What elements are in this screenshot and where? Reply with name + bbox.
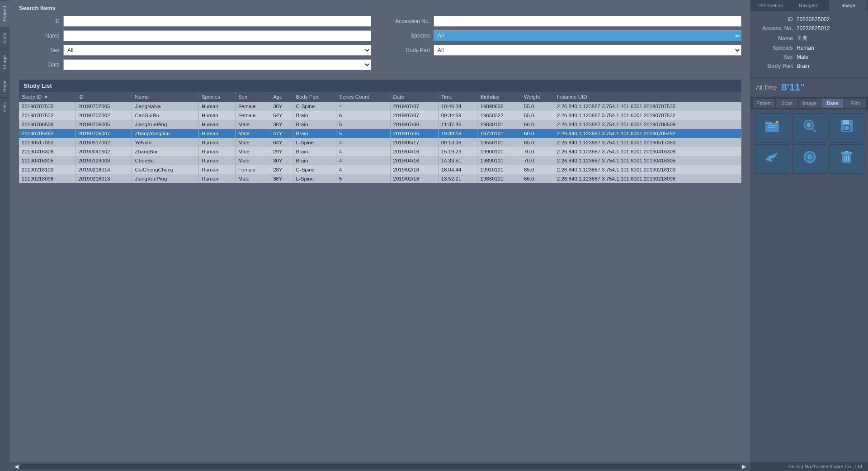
sidebar-item-image[interactable]: Image	[0, 49, 10, 75]
scrollbar-track[interactable]	[20, 464, 740, 469]
table-cell: 20190706509	[19, 120, 75, 129]
action-btn-search[interactable]	[792, 113, 827, 143]
action-tab-base[interactable]: Base	[821, 99, 843, 108]
table-row[interactable]: 2019041630820190041602ZhangSuiHumanMale2…	[19, 147, 741, 156]
table-cell: 36Y	[270, 120, 293, 129]
search-species-label: Species	[389, 33, 430, 39]
table-cell: 20190706005	[75, 120, 132, 129]
sidebar-item-scan[interactable]: Scan	[0, 27, 10, 49]
table-row[interactable]: 2019051738320190517002YeNianHumanMale64Y…	[19, 138, 741, 147]
table-row[interactable]: 2019070549220190705007ZhangYongJunHumanM…	[19, 129, 741, 138]
table-cell: Brain	[293, 111, 336, 120]
col-id[interactable]: ID	[75, 92, 132, 102]
search-bodypart-label: Body Part	[389, 47, 430, 53]
search-name-label: Name	[19, 33, 60, 39]
table-cell: YeNian	[132, 138, 198, 147]
search-date-select[interactable]	[63, 59, 371, 70]
search-date-row: Date	[19, 59, 371, 70]
table-cell: 19890101	[477, 156, 521, 165]
info-bodypart-row: Body Part Brain	[756, 63, 863, 69]
col-time[interactable]: Time	[438, 92, 477, 102]
table-cell: 5	[336, 174, 391, 183]
table-row[interactable]: 2019041630520190129008ChenBoHumanMale30Y…	[19, 156, 741, 165]
scroll-left-icon[interactable]: ◀	[14, 463, 19, 470]
table-cell: 64Y	[270, 138, 293, 147]
scroll-right-icon[interactable]: ▶	[742, 463, 746, 470]
search-icon	[802, 119, 817, 136]
search-sex-select[interactable]: All Male Female	[63, 45, 371, 56]
search-id-label: ID	[19, 18, 60, 24]
search-bodypart-row: Body Part All Brain C-Spine L-Spine	[389, 45, 741, 56]
send-icon	[765, 151, 780, 166]
table-cell: 2019/02/18	[390, 165, 438, 174]
table-cell: 66.0	[521, 120, 554, 129]
action-tab-scan[interactable]: Scan	[776, 99, 797, 108]
col-study-id[interactable]: Study ID ▼	[19, 92, 75, 102]
sidebar-item-base[interactable]: Base	[0, 75, 10, 97]
action-btn-folder[interactable]	[755, 113, 790, 143]
table-cell: 28Y	[270, 165, 293, 174]
action-btn-cd[interactable]	[792, 144, 827, 174]
table-cell: 20190041602	[75, 147, 132, 156]
table-cell: 5	[336, 129, 391, 138]
search-id-row: ID	[19, 16, 371, 27]
table-row[interactable]: 2019021810320190218014CaiChengChengHuman…	[19, 165, 741, 174]
table-row[interactable]: 2019070753520190707005JiangNaNaHumanFema…	[19, 102, 741, 111]
search-species-select[interactable]: All Human	[434, 30, 741, 41]
info-sex-value: Male	[797, 54, 808, 60]
col-date[interactable]: Date	[390, 92, 438, 102]
table-cell: Male	[235, 174, 270, 183]
col-sex[interactable]: Sex	[235, 92, 270, 102]
table-cell: 19830101	[477, 120, 521, 129]
table-cell: 2.26.840.1.123887.3.754.1.101.6001.20190…	[554, 147, 741, 156]
table-cell: 19900101	[477, 147, 521, 156]
table-cell: C-Spine	[293, 102, 336, 111]
col-series-count[interactable]: Series Count	[336, 92, 391, 102]
action-tab-film[interactable]: Film	[844, 99, 866, 108]
search-name-input[interactable]	[63, 30, 371, 41]
search-id-input[interactable]	[63, 16, 371, 27]
action-tab-image[interactable]: Image	[799, 99, 821, 108]
table-cell: 55.0	[521, 102, 554, 111]
col-birthday[interactable]: Birthday	[477, 92, 521, 102]
tab-image[interactable]: Image	[829, 0, 868, 11]
tab-information[interactable]: Information	[751, 0, 790, 11]
table-row[interactable]: 2019021809620190218013JiangXuePingHumanM…	[19, 174, 741, 183]
col-species[interactable]: Species	[198, 92, 235, 102]
search-accession-input[interactable]	[434, 16, 741, 27]
col-name[interactable]: Name	[132, 92, 198, 102]
right-panel-tabs: Information Navigator Image	[751, 0, 868, 11]
table-row[interactable]: 2019070753220190707002CaoGuiRuHumanFemal…	[19, 111, 741, 120]
table-cell: 55.0	[521, 111, 554, 120]
table-cell: ChenBo	[132, 156, 198, 165]
table-cell: 5	[336, 120, 391, 129]
left-sidebar: Patient Scan Image Base Film	[0, 0, 10, 471]
save-icon	[840, 119, 854, 135]
table-cell: JiangXuePing	[132, 120, 198, 129]
table-cell: JiangNaNa	[132, 102, 198, 111]
col-instance-uid[interactable]: Instance UID	[554, 92, 741, 102]
tab-navigator[interactable]: Navigator	[790, 0, 829, 11]
table-cell: 20190517383	[19, 138, 75, 147]
bottom-scrollbar[interactable]: ◀ ▶	[10, 462, 750, 471]
sidebar-item-patient[interactable]: Patient	[0, 0, 10, 27]
svg-rect-14	[844, 126, 849, 130]
study-list-section: Study List Study ID ▼ ID Name Species Se…	[19, 80, 741, 457]
search-bodypart-select[interactable]: All Brain C-Spine L-Spine	[434, 45, 741, 56]
action-btn-send[interactable]	[755, 144, 790, 174]
info-id-label: ID	[756, 16, 797, 23]
action-tab-patient[interactable]: Patient	[753, 99, 775, 108]
search-title: Search Items	[19, 5, 741, 11]
action-btn-delete[interactable]	[829, 144, 864, 174]
col-bodypart[interactable]: Body Part	[293, 92, 336, 102]
col-age[interactable]: Age	[270, 92, 293, 102]
table-cell: 10:46:34	[438, 102, 477, 111]
study-table: Study ID ▼ ID Name Species Sex Age Body …	[19, 92, 741, 183]
table-cell: 2.26.840.1.123887.3.754.1.101.6001.20190…	[554, 111, 741, 120]
sidebar-item-film[interactable]: Film	[0, 97, 10, 118]
table-cell: 36Y	[270, 174, 293, 183]
table-cell: Human	[198, 156, 235, 165]
table-row[interactable]: 2019070650920190706005JiangXuePingHumanM…	[19, 120, 741, 129]
col-weight[interactable]: Weight	[521, 92, 554, 102]
action-btn-save[interactable]	[829, 113, 864, 143]
